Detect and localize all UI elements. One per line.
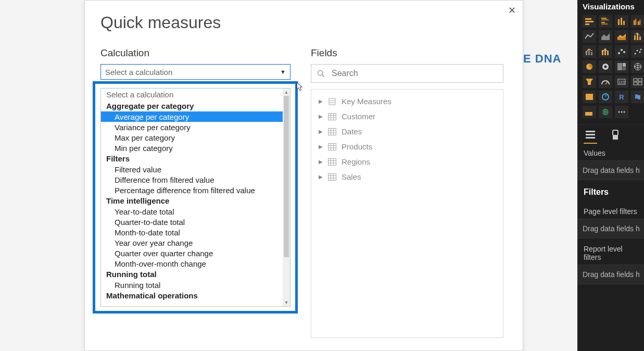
expand-icon: ▶ [319, 159, 323, 165]
viz-map-icon[interactable] [631, 60, 644, 73]
scrollbar-thumb[interactable] [284, 96, 289, 257]
svg-rect-47 [634, 35, 636, 40]
field-table-label: Customer [342, 112, 375, 121]
dropdown-option[interactable]: Running total [101, 280, 283, 290]
field-table-label: Key Measures [342, 97, 392, 106]
svg-rect-32 [585, 23, 589, 25]
viz-slicer-icon[interactable] [599, 91, 612, 103]
field-table-row[interactable]: ▶Sales [311, 169, 503, 184]
dropdown-option[interactable]: Month-over-month change [101, 258, 283, 269]
dropdown-option[interactable]: Quarter over quarter change [101, 248, 283, 258]
viz-combo-line-stack-icon[interactable] [599, 45, 612, 58]
viz-donut-icon[interactable] [599, 60, 612, 73]
fields-search[interactable] [311, 64, 503, 83]
viz-area-icon[interactable] [599, 30, 612, 43]
report-filters-drop-zone[interactable]: Drag data fields h [577, 265, 644, 284]
field-table-label: Sales [342, 172, 361, 181]
filters-section-title: Filters [577, 180, 644, 201]
dropdown-option[interactable]: Min per category [101, 143, 283, 153]
field-table-label: Dates [342, 127, 362, 136]
dropdown-group-header: Mathematical operations [101, 290, 283, 301]
calculation-dropdown[interactable]: Select a calculationAggregate per catego… [100, 88, 291, 307]
dropdown-option[interactable]: Average per category [101, 111, 283, 122]
scroll-up-icon[interactable]: ▲ [283, 89, 290, 96]
table-icon [328, 158, 336, 166]
field-table-row[interactable]: ▶Regions [311, 154, 503, 169]
dropdown-option[interactable]: Filtered value [101, 164, 283, 174]
page-level-filters-label: Page level filters [577, 201, 644, 219]
fields-column: Fields ▶Key Measures▶Customer▶Dates▶Prod… [311, 47, 503, 338]
field-table-row[interactable]: ▶Key Measures [311, 94, 503, 109]
dropdown-option[interactable]: Year over year change [101, 237, 283, 248]
viz-line-icon[interactable] [583, 30, 596, 43]
svg-rect-41 [635, 19, 637, 25]
dropdown-option[interactable]: Quarter-to-date total [101, 217, 283, 227]
viz-card-icon[interactable]: 123 [615, 76, 628, 88]
viz-gauge-icon[interactable] [599, 76, 612, 88]
svg-rect-76 [634, 82, 637, 85]
viz-multi-card-icon[interactable] [631, 76, 644, 88]
viz-kpi-icon[interactable] [583, 91, 596, 103]
dropdown-option[interactable]: Difference from filtered value [101, 174, 283, 185]
svg-rect-43 [639, 20, 641, 25]
svg-rect-67 [623, 63, 626, 67]
dropdown-group-header: Aggregate per category [101, 101, 283, 111]
calculation-selected-text: Select a calculation [105, 68, 172, 77]
visualizations-panel: Visualizations 123R Values Drag data fie… [577, 0, 644, 351]
calculation-combobox[interactable]: Select a calculation ▼ [100, 64, 291, 80]
field-table-label: Regions [342, 157, 370, 166]
svg-point-61 [639, 52, 641, 53]
svg-rect-36 [601, 23, 608, 24]
viz-py-visual-icon[interactable] [631, 91, 644, 103]
dropdown-group-header: Filters [101, 153, 283, 164]
expand-icon: ▶ [319, 114, 323, 119]
viz-table-icon[interactable] [583, 106, 596, 118]
calculation-column: Calculation Select a calculation ▼ [100, 47, 293, 80]
viz-matrix-icon[interactable] [599, 106, 612, 118]
svg-rect-34 [601, 19, 609, 20]
expand-icon: ▶ [319, 98, 323, 104]
dropdown-placeholder-option[interactable]: Select a calculation [101, 89, 283, 101]
viz-more-icon[interactable] [615, 106, 628, 118]
dropdown-scrollbar[interactable]: ▲ ▼ [283, 89, 290, 306]
viz-pie-icon[interactable] [583, 60, 596, 73]
search-input[interactable] [331, 68, 498, 79]
svg-point-86 [624, 111, 625, 113]
svg-rect-66 [617, 63, 622, 70]
dropdown-option[interactable]: Month-to-date total [101, 227, 283, 237]
close-button[interactable]: ✕ [505, 4, 517, 16]
field-table-row[interactable]: ▶Dates [311, 124, 503, 139]
svg-point-85 [621, 111, 623, 113]
viz-waterfall-icon[interactable] [615, 45, 628, 58]
svg-point-62 [640, 49, 642, 51]
format-tab-icon[interactable] [610, 129, 621, 141]
svg-rect-37 [618, 19, 620, 25]
viz-funnel-icon[interactable] [583, 76, 596, 88]
viz-stacked-bar-icon[interactable] [583, 15, 596, 28]
svg-rect-74 [634, 79, 637, 81]
svg-rect-78 [586, 94, 593, 100]
dropdown-option[interactable]: Variance per category [101, 122, 283, 132]
dropdown-option[interactable]: Max per category [101, 132, 283, 143]
fields-tab-icon[interactable] [585, 129, 596, 141]
viz-stacked-col-icon[interactable] [615, 15, 628, 28]
viz-combo-line-col-icon[interactable] [583, 45, 596, 58]
field-table-row[interactable]: ▶Products [311, 139, 503, 154]
viz-r-visual-icon[interactable]: R [615, 91, 628, 103]
scroll-down-icon[interactable]: ▼ [283, 299, 290, 306]
viz-scatter-icon[interactable] [631, 45, 644, 58]
svg-point-82 [602, 109, 609, 115]
svg-point-59 [635, 53, 636, 55]
dropdown-option[interactable]: Year-to-date total [101, 206, 283, 217]
visualizations-title: Visualizations [577, 0, 644, 15]
viz-treemap-icon[interactable] [615, 60, 628, 73]
values-drop-zone[interactable]: Drag data fields h [577, 160, 644, 180]
viz-clustered-col-icon[interactable] [631, 15, 644, 28]
viz-clustered-bar-icon[interactable] [599, 15, 612, 28]
chevron-down-icon: ▼ [280, 69, 286, 75]
page-filters-drop-zone[interactable]: Drag data fields h [577, 219, 644, 239]
field-table-row[interactable]: ▶Customer [311, 109, 503, 124]
viz-stacked-area-icon[interactable] [615, 30, 628, 43]
dropdown-option[interactable]: Percentage difference from filtered valu… [101, 185, 283, 195]
viz-ribbon-icon[interactable] [631, 30, 644, 43]
